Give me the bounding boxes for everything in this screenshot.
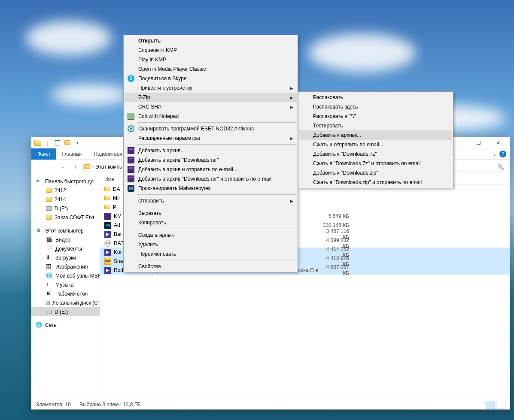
exe-icon: ⚙ xyxy=(104,240,111,247)
menu-delete[interactable]: Удалить xyxy=(125,240,297,249)
sidebar-item-d-drive-2[interactable]: D (E:) xyxy=(31,307,100,316)
ribbon-expand-icon[interactable]: ⌄ xyxy=(493,151,497,157)
network-icon: 🌐 xyxy=(36,322,43,329)
m4v-icon: M4V xyxy=(104,258,111,265)
maximize-button[interactable]: ☐ xyxy=(468,137,488,148)
search-icon[interactable]: 🔍 xyxy=(498,164,504,170)
menu-send-to[interactable]: Отправить▶ xyxy=(125,196,297,205)
menu-notepadpp[interactable]: Edit with Notepad++ xyxy=(125,112,297,121)
menu-compress-zip-email[interactable]: Сжать в "Downloads.zip" и отправить по e… xyxy=(299,178,452,187)
drive-icon xyxy=(46,206,52,211)
sidebar-item-pictures[interactable]: 🖼Изображения xyxy=(31,262,100,271)
menu-test[interactable]: Тестировать xyxy=(299,121,452,130)
menu-extract[interactable]: Распаковать xyxy=(299,93,452,102)
up-button[interactable]: ↑ xyxy=(70,162,80,172)
context-menu: Открыть Enqueue in KMP Play in KMP Open … xyxy=(123,35,298,272)
menu-extract-to[interactable]: Распаковать в "*\" xyxy=(299,112,452,121)
status-elements: Элементов: 10 xyxy=(36,402,71,408)
star-icon: ✶ xyxy=(36,178,43,185)
submenu-arrow-icon: ▶ xyxy=(290,105,293,109)
menu-rar-add-named[interactable]: Добавить в архив "Downloads.rar" xyxy=(125,155,297,165)
menu-7zip[interactable]: 7-Zip▶ xyxy=(125,93,297,102)
menu-compress-7z-email[interactable]: Сжать в "Downloads.7z" и отправить по em… xyxy=(299,159,452,168)
new-folder-icon[interactable] xyxy=(63,139,72,147)
qat-dropdown-icon[interactable]: ▾ xyxy=(73,139,82,147)
pc-icon: 🖥 xyxy=(36,227,43,234)
menu-cast-to[interactable]: Привести к устройству▶ xyxy=(125,83,297,93)
folder-icon xyxy=(84,164,90,169)
folder-icon xyxy=(46,188,52,193)
sidebar-quick-access[interactable]: ✶Панель быстрого до xyxy=(31,177,100,186)
drive-icon xyxy=(46,310,52,314)
video-icon: ▶ xyxy=(104,231,111,238)
sidebar-item-c-drive[interactable]: Локальный диск (C xyxy=(31,298,100,307)
winrar-icon xyxy=(128,175,134,182)
menu-rar-named-email[interactable]: Добавить в архив "Downloads.rar" и отпра… xyxy=(125,174,297,184)
menu-eset[interactable]: eСканировать программой ESET NOD32 Antiv… xyxy=(125,124,297,133)
submenu-arrow-icon: ▶ xyxy=(290,199,293,203)
menu-crc-sha[interactable]: CRC SHA▶ xyxy=(125,102,297,112)
back-button[interactable]: ← xyxy=(34,162,44,172)
menu-properties[interactable]: Свойства xyxy=(125,262,297,271)
menu-mpc[interactable]: Open in Media Player Classic xyxy=(125,64,297,74)
properties-icon[interactable] xyxy=(53,139,62,147)
status-selected: Выбрано 3 элем.: 12,8 ГБ xyxy=(79,402,140,408)
menu-malwarebytes[interactable]: MПросканировать Malwarebytes xyxy=(125,184,297,193)
sidebar-item-videos[interactable]: 🎬Видео xyxy=(31,235,100,244)
folder-icon xyxy=(104,205,110,209)
menu-add-7z[interactable]: Добавить к "Downloads.7z" xyxy=(299,149,452,159)
close-button[interactable]: ✕ xyxy=(488,137,508,148)
tab-share[interactable]: Поделиться xyxy=(88,148,128,160)
forward-button[interactable]: → xyxy=(46,162,56,172)
menu-cut[interactable]: Вырезать xyxy=(125,208,297,218)
sidebar-item-2412[interactable]: 2412 xyxy=(31,186,100,195)
menu-rename[interactable]: Переименовать xyxy=(125,249,297,259)
rar-icon xyxy=(104,213,111,220)
view-large-button[interactable] xyxy=(496,401,505,408)
sidebar-item-d-drive[interactable]: D (E:) xyxy=(31,204,100,213)
menu-rar-email[interactable]: Добавить в архив и отправить по e-mail..… xyxy=(125,165,297,174)
sidebar-item-msn[interactable]: 🌐Мои веб-узлы MSN xyxy=(31,271,100,280)
menu-enqueue-kmp[interactable]: Enqueue in KMP xyxy=(125,45,297,55)
menu-copy[interactable]: Копировать xyxy=(125,218,297,227)
sidebar: ✶Панель быстрого до 2412 2414 D (E:) Зак… xyxy=(31,174,100,399)
sidebar-this-pc[interactable]: 🖥Этот компьютер xyxy=(31,226,100,235)
folder-icon xyxy=(104,187,110,191)
tab-home[interactable]: Главная xyxy=(56,148,88,160)
menu-play-kmp[interactable]: Play in KMP xyxy=(125,55,297,64)
history-dropdown-icon[interactable]: ⌄ xyxy=(58,162,68,172)
menu-advanced[interactable]: Расширенные параметры▶ xyxy=(125,133,297,143)
folder-icon xyxy=(104,196,110,200)
tab-file[interactable]: Файл xyxy=(31,148,56,160)
submenu-arrow-icon: ▶ xyxy=(290,86,293,91)
menu-add-archive[interactable]: Добавить к архиву... xyxy=(299,130,452,140)
folder-icon xyxy=(46,215,52,220)
menu-rar-add[interactable]: Добавить в архив... xyxy=(125,146,297,155)
crumb-this-pc[interactable]: Этот компь xyxy=(95,164,122,170)
menu-compress-email[interactable]: Сжать и отправить по email... xyxy=(299,140,452,149)
desktop-icon: 🖥 xyxy=(46,290,53,297)
menu-open[interactable]: Открыть xyxy=(125,36,297,45)
submenu-arrow-icon: ▶ xyxy=(290,136,293,141)
sidebar-item-downloads[interactable]: ⬇Загрузки xyxy=(31,253,100,262)
sidebar-item-2414[interactable]: 2414 xyxy=(31,195,100,204)
sidebar-network[interactable]: 🌐Сеть xyxy=(31,320,100,329)
notepadpp-icon xyxy=(128,113,134,120)
context-submenu-7zip: Распаковать Распаковать здесь Распаковат… xyxy=(298,91,453,188)
winrar-icon xyxy=(128,147,134,154)
music-icon: ♪ xyxy=(46,281,53,288)
menu-extract-here[interactable]: Распаковать здесь xyxy=(299,102,452,112)
help-icon[interactable]: ? xyxy=(499,151,506,157)
qat-separator: | xyxy=(43,139,52,147)
submenu-arrow-icon: ▶ xyxy=(290,95,293,100)
sidebar-item-desktop[interactable]: 🖥Рабочий стол xyxy=(31,289,100,298)
sidebar-item-zakaz[interactable]: Заказ СОФТ Etxt xyxy=(31,213,100,222)
winrar-icon xyxy=(128,166,134,173)
video-icon: ▶ xyxy=(104,267,111,274)
view-details-button[interactable] xyxy=(486,401,495,408)
menu-skype[interactable]: SПоделиться в Skype xyxy=(125,74,297,83)
menu-add-zip[interactable]: Добавить к "Downloads.zip" xyxy=(299,168,452,178)
menu-shortcut[interactable]: Создать ярлык xyxy=(125,230,297,240)
sidebar-item-documents[interactable]: 📄Документы xyxy=(31,244,100,253)
sidebar-item-music[interactable]: ♪Музыка xyxy=(31,280,100,289)
